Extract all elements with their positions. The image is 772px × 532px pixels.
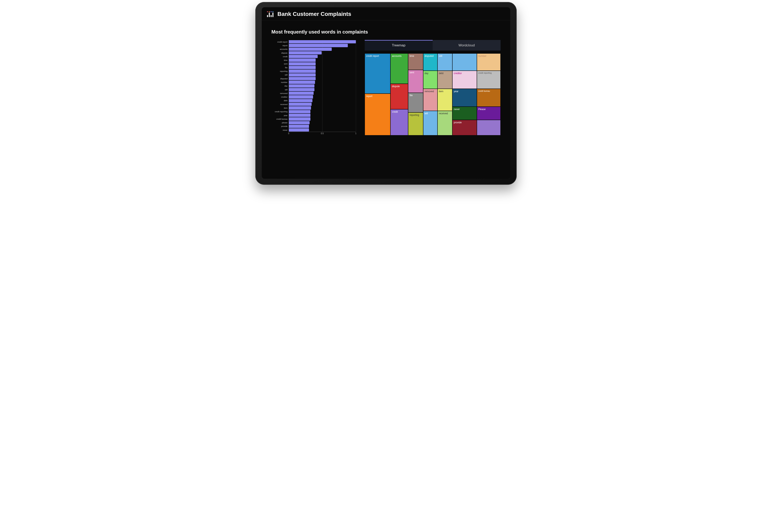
treemap-cell-label: report — [366, 95, 372, 98]
bar-row[interactable]: accounts — [272, 47, 356, 51]
treemap-cell[interactable]: reporting — [408, 112, 423, 135]
bar-fill — [289, 44, 348, 47]
bar-row[interactable]: sent — [272, 62, 356, 66]
bar-label: item — [272, 107, 289, 109]
bar-row[interactable]: removed — [272, 91, 356, 95]
treemap-cell-label: dispute — [392, 85, 400, 88]
bar-fill — [289, 81, 315, 84]
treemap-cell[interactable]: accounts — [390, 53, 408, 84]
bar-row[interactable]: reporting — [272, 69, 356, 73]
bar-row[interactable]: still — [272, 73, 356, 77]
bar-row[interactable]: disputed — [272, 77, 356, 80]
bar-row[interactable]: creditor — [272, 95, 356, 99]
bar-label: report — [272, 44, 289, 47]
treemap-cell[interactable]: time — [408, 53, 423, 70]
treemap-cell[interactable]: will — [423, 111, 437, 136]
x-axis-tick: 1 — [355, 132, 356, 135]
bar-row[interactable]: day — [272, 84, 356, 88]
tab-wordcloud[interactable]: Wordcloud — [433, 40, 500, 51]
bar-label: time — [272, 59, 289, 61]
bar-row[interactable]: credit report — [272, 40, 356, 44]
treemap-cell-label: reporting — [410, 114, 419, 116]
bar-row[interactable]: item — [272, 106, 356, 110]
treemap-cell-label: year — [454, 90, 458, 93]
treemap-cell[interactable]: credit reporting — [477, 71, 500, 89]
treemap-cell[interactable]: number — [477, 53, 500, 71]
treemap-cell[interactable]: still — [437, 53, 452, 71]
treemap-chart: credit reportreportaccountsdisputecredit… — [365, 53, 500, 135]
bar-row[interactable]: credit bureau — [272, 117, 356, 121]
treemap-cell[interactable] — [477, 120, 500, 136]
bar-row[interactable]: report — [272, 44, 356, 47]
treemap-cell[interactable]: Please — [477, 107, 500, 120]
bar-label: number — [272, 81, 289, 83]
treemap-cell[interactable]: credit bureau — [477, 89, 500, 107]
bar-fill — [289, 66, 316, 69]
bar-fill — [289, 95, 313, 98]
bar-row[interactable]: number — [272, 80, 356, 84]
bar-row[interactable]: will — [272, 88, 356, 91]
treemap-cell-label: accounts — [392, 55, 401, 57]
treemap-cell-label: disputed — [425, 55, 434, 57]
bar-label: file — [272, 66, 289, 69]
treemap-cell[interactable]: item — [437, 89, 452, 111]
bar-fill — [289, 88, 314, 91]
bar-row[interactable]: file — [272, 66, 356, 69]
treemap-cell[interactable]: debt — [437, 71, 452, 89]
bar-chart: credit reportreportaccountsdisputecredit… — [272, 40, 356, 135]
tab-treemap[interactable]: Treemap — [365, 40, 433, 51]
bar-label: credit report — [272, 41, 289, 43]
bar-fill — [289, 103, 312, 106]
treemap-cell[interactable] — [452, 53, 477, 71]
treemap-cell[interactable]: credit report — [365, 53, 390, 94]
treemap-cell-label: time — [410, 55, 414, 57]
bar-row[interactable]: credit reporting — [272, 110, 356, 113]
treemap-cell-label: credit reporting — [478, 72, 492, 74]
treemap-cell-label: creditor — [454, 72, 462, 75]
treemap-cell[interactable]: year — [452, 89, 477, 107]
bar-label: year — [272, 114, 289, 116]
bar-fill — [289, 73, 316, 77]
bar-row[interactable]: credit — [272, 55, 356, 58]
treemap-cell-label: Please — [478, 108, 486, 111]
bar-row[interactable]: received — [272, 102, 356, 106]
x-axis-tick: 0.5 — [321, 132, 324, 135]
treemap-cell[interactable]: disputed — [423, 53, 437, 71]
treemap-cell-label: credit — [392, 110, 398, 113]
bar-fill — [289, 117, 310, 120]
treemap-cell[interactable]: report — [365, 94, 390, 135]
bar-row[interactable]: debt — [272, 99, 356, 102]
bar-row[interactable]: provide — [272, 125, 356, 128]
treemap-cell[interactable]: received — [437, 111, 452, 136]
treemap-cell[interactable]: creditor — [452, 71, 477, 89]
bar-label: creditor — [272, 96, 289, 98]
treemap-cell[interactable]: provide — [452, 120, 477, 136]
treemap-cell[interactable]: dispute — [390, 84, 408, 109]
treemap-cell[interactable]: credit — [390, 109, 408, 136]
app-title: Bank Customer Complaints — [278, 11, 351, 17]
bar-row[interactable]: year — [272, 113, 356, 117]
treemap-cell-label: file — [410, 94, 413, 97]
bar-row[interactable]: never — [272, 128, 356, 132]
treemap-cell[interactable]: sent — [408, 70, 423, 93]
treemap-cell[interactable]: removed — [423, 89, 437, 111]
bar-fill — [289, 125, 309, 128]
treemap-cell-label: credit bureau — [478, 90, 490, 92]
bar-label: provide — [272, 125, 289, 127]
bar-row[interactable]: time — [272, 58, 356, 62]
treemap-cell-label: provide — [454, 121, 462, 124]
treemap-cell[interactable]: day — [423, 71, 437, 89]
treemap-cell-label: credit report — [366, 55, 379, 57]
app-logo-icon — [267, 11, 274, 17]
treemap-cell[interactable]: file — [408, 93, 423, 112]
bar-row[interactable]: dispute — [272, 51, 356, 55]
bar-fill — [289, 128, 309, 132]
treemap-cell-label: number — [478, 55, 486, 57]
treemap-cell-label: still — [439, 55, 442, 57]
bar-label: dispute — [272, 52, 289, 54]
bar-row[interactable]: please — [272, 121, 356, 125]
treemap-cell[interactable]: never — [452, 107, 477, 120]
bar-fill — [289, 69, 316, 73]
bar-label: day — [272, 85, 289, 87]
bar-fill — [289, 84, 314, 88]
